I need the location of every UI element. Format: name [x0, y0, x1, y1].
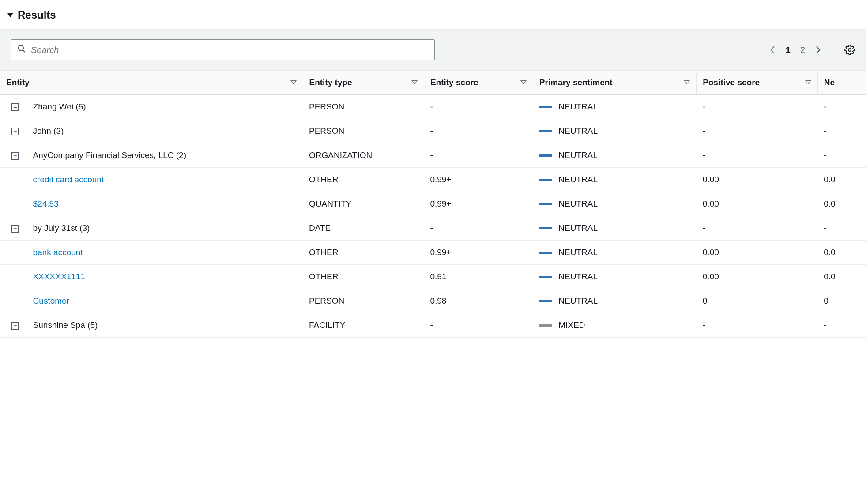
entity-cell: AnyCompany Financial Services, LLC (2): [30, 143, 303, 168]
filter-icon[interactable]: [411, 81, 418, 85]
filter-icon[interactable]: [520, 81, 527, 85]
filter-icon[interactable]: [805, 81, 811, 85]
entity-cell: XXXXXX1111: [30, 265, 303, 289]
expand-icon[interactable]: +: [11, 152, 19, 160]
sentiment-label: NEUTRAL: [558, 223, 598, 233]
search-wrap: [11, 39, 435, 60]
expand-cell: [0, 265, 30, 289]
search-input[interactable]: [11, 39, 435, 60]
entity-text: by July 31st (3): [33, 223, 90, 233]
positive-score-cell: 0.00: [697, 241, 817, 265]
col-negative-label: Ne: [824, 78, 835, 87]
negative-score-cell: -: [817, 216, 866, 241]
table-row: +John (3)PERSON-NEUTRAL--: [0, 119, 866, 143]
entity-link[interactable]: bank account: [33, 248, 83, 257]
collapse-caret-icon[interactable]: [7, 13, 13, 17]
entity-type-cell: PERSON: [303, 95, 424, 119]
entity-score-cell: 0.99+: [424, 241, 533, 265]
positive-score-cell: -: [697, 119, 817, 143]
col-positive-score[interactable]: Positive score: [697, 71, 817, 95]
sentiment-bar-icon: [539, 324, 552, 327]
sentiment-label: NEUTRAL: [558, 296, 598, 306]
settings-gear-icon[interactable]: [844, 45, 855, 55]
negative-score-cell: -: [817, 95, 866, 119]
expand-icon[interactable]: +: [11, 103, 19, 111]
negative-score-cell: 0.0: [817, 265, 866, 289]
next-page-icon[interactable]: [815, 45, 821, 55]
col-entity-score[interactable]: Entity score: [424, 71, 533, 95]
sentiment-bar-icon: [539, 252, 552, 254]
entity-cell: Zhang Wei (5): [30, 95, 303, 119]
sentiment-cell: NEUTRAL: [533, 95, 696, 119]
sentiment-label: NEUTRAL: [558, 150, 598, 160]
sentiment-label: NEUTRAL: [558, 199, 598, 209]
sentiment-bar-icon: [539, 154, 552, 157]
entity-cell: by July 31st (3): [30, 216, 303, 241]
entity-type-cell: PERSON: [303, 119, 424, 143]
table-row: credit card accountOTHER0.99+NEUTRAL0.00…: [0, 168, 866, 192]
expand-cell: [0, 289, 30, 313]
expand-icon[interactable]: +: [11, 322, 19, 330]
sentiment-bar-icon: [539, 300, 552, 302]
negative-score-cell: -: [817, 143, 866, 168]
positive-score-cell: 0.00: [697, 168, 817, 192]
entity-cell: $24.53: [30, 192, 303, 216]
expand-cell: [0, 168, 30, 192]
table-row: +AnyCompany Financial Services, LLC (2)O…: [0, 143, 866, 168]
sentiment-cell: NEUTRAL: [533, 192, 696, 216]
sentiment-bar-icon: [539, 106, 552, 108]
expand-cell: +: [0, 143, 30, 168]
table-row: CustomerPERSON0.98NEUTRAL00: [0, 289, 866, 313]
sentiment-cell: NEUTRAL: [533, 216, 696, 241]
results-table: Entity Entity type Entity score Primary …: [0, 71, 866, 338]
sentiment-cell: NEUTRAL: [533, 241, 696, 265]
filter-icon[interactable]: [684, 81, 690, 85]
entity-link[interactable]: XXXXXX1111: [33, 272, 85, 281]
table-row: +Zhang Wei (5)PERSON-NEUTRAL--: [0, 95, 866, 119]
entity-type-cell: OTHER: [303, 265, 424, 289]
entity-score-cell: 0.99+: [424, 192, 533, 216]
pager: 1 2: [770, 45, 824, 55]
col-entity-type[interactable]: Entity type: [303, 71, 424, 95]
entity-type-cell: QUANTITY: [303, 192, 424, 216]
expand-cell: [0, 241, 30, 265]
col-negative-score[interactable]: Ne: [817, 71, 866, 95]
positive-score-cell: 0.00: [697, 192, 817, 216]
sentiment-cell: NEUTRAL: [533, 289, 696, 313]
panel-title: Results: [18, 9, 56, 21]
sentiment-cell: NEUTRAL: [533, 265, 696, 289]
col-entity[interactable]: Entity: [0, 71, 303, 95]
filter-icon[interactable]: [290, 81, 297, 85]
entity-text: Zhang Wei (5): [33, 102, 86, 111]
sentiment-cell: NEUTRAL: [533, 119, 696, 143]
expand-icon[interactable]: +: [11, 128, 19, 135]
table-row: bank accountOTHER0.99+NEUTRAL0.000.0: [0, 241, 866, 265]
sentiment-bar-icon: [539, 227, 552, 229]
entity-cell: Customer: [30, 289, 303, 313]
entity-link[interactable]: $24.53: [33, 199, 59, 208]
col-primary-sentiment[interactable]: Primary sentiment: [533, 71, 696, 95]
positive-score-cell: -: [697, 216, 817, 241]
sentiment-cell: NEUTRAL: [533, 168, 696, 192]
expand-cell: [0, 192, 30, 216]
negative-score-cell: 0.0: [817, 241, 866, 265]
sentiment-label: NEUTRAL: [558, 175, 598, 184]
expand-cell: +: [0, 119, 30, 143]
page-2[interactable]: 2: [800, 45, 805, 55]
col-sentiment-label: Primary sentiment: [539, 78, 613, 87]
expand-icon[interactable]: +: [11, 225, 19, 233]
entity-cell: Sunshine Spa (5): [30, 313, 303, 338]
search-icon: [17, 45, 26, 56]
sentiment-label: NEUTRAL: [558, 248, 598, 257]
col-score-label: Entity score: [430, 78, 478, 87]
entity-link[interactable]: credit card account: [33, 175, 104, 184]
entity-link[interactable]: Customer: [33, 296, 69, 305]
table-row: +Sunshine Spa (5)FACILITY-MIXED--: [0, 313, 866, 338]
negative-score-cell: -: [817, 119, 866, 143]
prev-page-icon[interactable]: [770, 45, 776, 55]
table-row: +by July 31st (3)DATE-NEUTRAL--: [0, 216, 866, 241]
negative-score-cell: -: [817, 313, 866, 338]
entity-text: John (3): [33, 126, 64, 135]
svg-point-0: [19, 45, 24, 51]
page-1[interactable]: 1: [786, 45, 791, 55]
